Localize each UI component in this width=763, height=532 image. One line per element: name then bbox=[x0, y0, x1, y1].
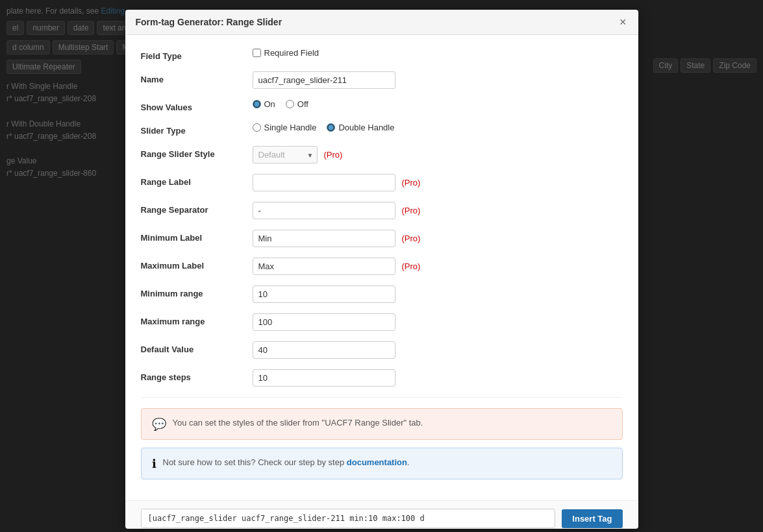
pink-info-box: 💬 You can set the styles of the slider f… bbox=[141, 408, 623, 440]
range-label-pro-link[interactable]: (Pro) bbox=[402, 178, 421, 187]
modal-title: Form-tag Generator: Range Slider bbox=[136, 17, 282, 27]
range-separator-input[interactable] bbox=[253, 202, 395, 219]
name-row: Name bbox=[141, 71, 623, 89]
style-pro-link[interactable]: (Pro) bbox=[324, 150, 343, 160]
info-icon: ℹ bbox=[152, 457, 156, 471]
show-values-label: Show Values bbox=[141, 99, 245, 112]
minimum-range-input[interactable] bbox=[253, 285, 395, 303]
divider bbox=[141, 397, 623, 398]
double-handle-radio[interactable] bbox=[327, 123, 335, 132]
chat-icon: 💬 bbox=[152, 417, 166, 431]
minimum-range-label: Minimum range bbox=[141, 285, 245, 298]
range-separator-pro-link[interactable]: (Pro) bbox=[402, 206, 421, 215]
show-values-off[interactable]: Off bbox=[286, 99, 308, 109]
show-values-on-label: On bbox=[264, 99, 275, 109]
blue-info-box: ℹ Not sure how to set this? Check our st… bbox=[141, 448, 623, 479]
default-value-input[interactable] bbox=[253, 341, 395, 359]
show-values-control: On Off bbox=[253, 99, 623, 109]
documentation-link[interactable]: documentation bbox=[347, 457, 407, 467]
range-separator-label: Range Separator bbox=[141, 202, 245, 215]
default-value-label: Default Value bbox=[141, 341, 245, 354]
range-steps-input[interactable] bbox=[253, 369, 395, 387]
maximum-range-control bbox=[253, 313, 623, 331]
range-separator-control: (Pro) bbox=[253, 202, 623, 219]
name-control bbox=[253, 71, 623, 89]
modal-dialog: Form-tag Generator: Range Slider × Field… bbox=[125, 10, 638, 529]
range-label-label: Range Label bbox=[141, 174, 245, 187]
maximum-range-input[interactable] bbox=[253, 313, 395, 331]
minimum-label-pro-link[interactable]: (Pro) bbox=[402, 234, 421, 243]
minimum-label-control: (Pro) bbox=[253, 230, 623, 247]
field-type-control: Required Field bbox=[253, 48, 623, 58]
field-type-row: Field Type Required Field bbox=[141, 48, 623, 61]
minimum-label-row: Minimum Label (Pro) bbox=[141, 230, 623, 247]
show-values-on-radio[interactable] bbox=[253, 100, 261, 108]
required-field-checkbox[interactable]: Required Field bbox=[253, 48, 319, 58]
required-field-label: Required Field bbox=[264, 48, 319, 58]
blue-info-text: Not sure how to set this? Check our step… bbox=[163, 456, 410, 469]
single-handle-option[interactable]: Single Handle bbox=[253, 123, 317, 132]
name-label: Name bbox=[141, 71, 245, 84]
double-handle-label: Double Handle bbox=[338, 123, 394, 132]
slider-type-control: Single Handle Double Handle bbox=[253, 123, 623, 132]
maximum-label-row: Maximum Label (Pro) bbox=[141, 258, 623, 275]
close-button[interactable]: × bbox=[618, 16, 628, 28]
maximum-label-control: (Pro) bbox=[253, 258, 623, 275]
maximum-label-input[interactable] bbox=[253, 258, 395, 275]
slider-type-radio-group: Single Handle Double Handle bbox=[253, 123, 395, 132]
minimum-label-input[interactable] bbox=[253, 230, 395, 247]
range-steps-label: Range steps bbox=[141, 369, 245, 382]
single-handle-radio[interactable] bbox=[253, 123, 261, 132]
range-slider-style-control: Default ▼ (Pro) bbox=[253, 146, 623, 163]
style-select-wrapper: Default ▼ bbox=[253, 146, 318, 163]
range-steps-control bbox=[253, 369, 623, 387]
double-handle-option[interactable]: Double Handle bbox=[327, 123, 394, 132]
maximum-label-label: Maximum Label bbox=[141, 258, 245, 271]
required-field-input[interactable] bbox=[253, 49, 261, 57]
range-label-row: Range Label (Pro) bbox=[141, 174, 623, 191]
slider-type-row: Slider Type Single Handle Double Handle bbox=[141, 123, 623, 136]
show-values-off-label: Off bbox=[297, 99, 308, 109]
range-label-control: (Pro) bbox=[253, 174, 623, 191]
default-value-control bbox=[253, 341, 623, 359]
modal-overlay: Form-tag Generator: Range Slider × Field… bbox=[0, 0, 763, 532]
name-input[interactable] bbox=[253, 71, 395, 89]
maximum-label-pro-link[interactable]: (Pro) bbox=[402, 261, 421, 271]
style-select[interactable]: Default bbox=[253, 146, 318, 163]
range-separator-row: Range Separator (Pro) bbox=[141, 202, 623, 219]
slider-type-label: Slider Type bbox=[141, 123, 245, 136]
show-values-radio-group: On Off bbox=[253, 99, 308, 109]
insert-tag-button[interactable]: Insert Tag bbox=[562, 509, 622, 528]
default-value-row: Default Value bbox=[141, 341, 623, 359]
maximum-range-label: Maximum range bbox=[141, 313, 245, 326]
minimum-range-row: Minimum range bbox=[141, 285, 623, 303]
range-slider-style-label: Range Slider Style bbox=[141, 146, 245, 159]
minimum-range-control bbox=[253, 285, 623, 303]
range-slider-style-row: Range Slider Style Default ▼ (Pro) bbox=[141, 146, 623, 163]
modal-footer: Insert Tag bbox=[125, 500, 638, 529]
maximum-range-row: Maximum range bbox=[141, 313, 623, 331]
show-values-on[interactable]: On bbox=[253, 99, 275, 109]
field-type-label: Field Type bbox=[141, 48, 245, 61]
minimum-label-label: Minimum Label bbox=[141, 230, 245, 243]
range-label-input[interactable] bbox=[253, 174, 395, 191]
modal-header: Form-tag Generator: Range Slider × bbox=[125, 10, 638, 35]
tag-output-input[interactable] bbox=[141, 509, 556, 528]
show-values-row: Show Values On Off bbox=[141, 99, 623, 112]
single-handle-label: Single Handle bbox=[264, 123, 317, 132]
range-steps-row: Range steps bbox=[141, 369, 623, 387]
show-values-off-radio[interactable] bbox=[286, 100, 294, 108]
pink-info-text: You can set the styles of the slider fro… bbox=[173, 417, 423, 429]
modal-body: Field Type Required Field Name Show Valu… bbox=[125, 35, 638, 500]
